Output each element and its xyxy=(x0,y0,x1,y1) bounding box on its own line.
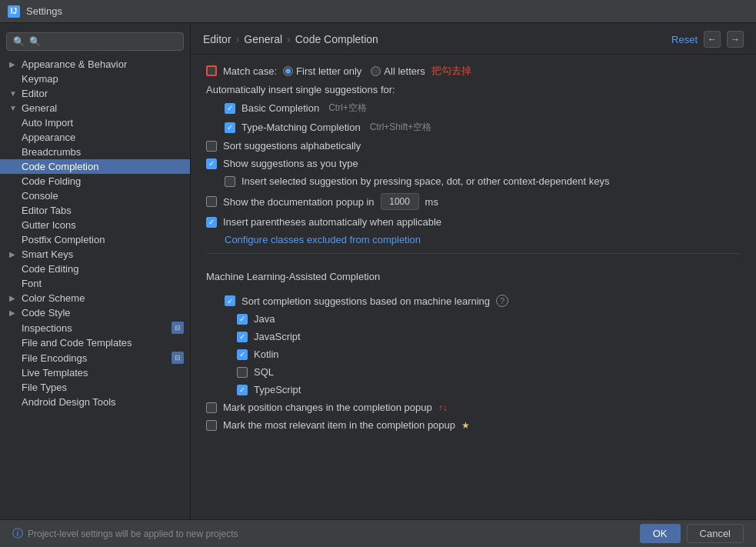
show-suggestions-checkbox[interactable] xyxy=(206,158,217,169)
ml-sort-checkbox[interactable] xyxy=(225,295,235,306)
sidebar-label: Keymap xyxy=(22,73,58,85)
insert-parens-checkbox[interactable] xyxy=(206,217,217,228)
ml-kotlin-row: Kotlin xyxy=(237,349,741,360)
sidebar-label: Code Style xyxy=(22,307,71,319)
sidebar-item-editor-tabs[interactable]: ▶ Editor Tabs xyxy=(0,203,190,218)
sidebar-item-color-scheme[interactable]: ▶ Color Scheme xyxy=(0,291,190,305)
sidebar-item-appearance-behavior[interactable]: ▶ Appearance & Behavior xyxy=(0,57,190,72)
sidebar-label: Breadcrumbs xyxy=(22,146,81,158)
sidebar-item-inspections[interactable]: ▶ Inspections ⊟ xyxy=(0,320,190,335)
star-icon: ★ xyxy=(461,420,470,431)
sidebar-label: Editor Tabs xyxy=(22,205,72,216)
sort-alpha-row: Sort suggestions alphabetically xyxy=(206,140,741,152)
sort-alpha-checkbox[interactable] xyxy=(206,141,217,152)
ml-typescript-checkbox[interactable] xyxy=(237,385,248,395)
ml-java-row: Java xyxy=(237,313,741,325)
show-doc-popup-checkbox[interactable] xyxy=(206,196,217,207)
sidebar-label: General xyxy=(22,102,57,114)
sidebar-label: Gutter Icons xyxy=(22,219,76,231)
show-suggestions-label: Show suggestions as you type xyxy=(223,158,358,169)
search-input[interactable] xyxy=(29,36,177,47)
breadcrumb-general: General xyxy=(244,33,282,45)
insert-parens-row: Insert parentheses automatically when ap… xyxy=(206,216,741,228)
arrow-icon: ▼ xyxy=(9,104,18,112)
ml-sql-checkbox[interactable] xyxy=(237,367,248,378)
bottom-info: ⓘ Project-level settings will be applied… xyxy=(12,527,238,541)
sidebar-item-live-templates[interactable]: ▶ Live Templates xyxy=(0,365,190,380)
basic-completion-label: Basic Completion xyxy=(241,102,319,114)
show-suggestions-row: Show suggestions as you type xyxy=(206,158,741,169)
sidebar-item-postfix-completion[interactable]: ▶ Postfix Completion xyxy=(0,232,190,247)
doc-popup-value[interactable] xyxy=(381,193,419,210)
spacer: ▶ xyxy=(9,235,18,244)
titlebar: IJ Settings xyxy=(0,0,756,23)
sidebar-item-font[interactable]: ▶ Font xyxy=(0,276,190,291)
ml-java-checkbox[interactable] xyxy=(237,314,248,325)
sidebar-item-console[interactable]: ▶ Console xyxy=(0,188,190,203)
ml-kotlin-checkbox[interactable] xyxy=(237,349,248,360)
sidebar-item-code-completion[interactable]: ▶ Code Completion xyxy=(0,159,190,174)
basic-completion-checkbox[interactable] xyxy=(225,103,235,114)
sidebar-label: Code Folding xyxy=(22,175,81,187)
sidebar-item-code-folding[interactable]: ▶ Code Folding xyxy=(0,174,190,188)
forward-button[interactable]: → xyxy=(727,31,744,48)
sidebar-item-gutter-icons[interactable]: ▶ Gutter Icons xyxy=(0,218,190,232)
spacer: ▶ xyxy=(9,192,18,200)
sidebar-item-file-types[interactable]: ▶ File Types xyxy=(0,380,190,395)
sidebar-item-appearance[interactable]: ▶ Appearance xyxy=(0,130,190,145)
insert-selected-checkbox[interactable] xyxy=(225,176,235,187)
type-matching-row: Type-Matching Completion Ctrl+Shift+空格 xyxy=(225,121,741,134)
back-button[interactable]: ← xyxy=(704,31,721,48)
sidebar-item-general[interactable]: ▼ General xyxy=(0,101,190,115)
radio-all-icon xyxy=(371,66,381,76)
sidebar-item-android-design-tools[interactable]: ▶ Android Design Tools xyxy=(0,395,190,409)
up-down-arrows-icon: ↑↓ xyxy=(438,402,448,413)
basic-completion-row: Basic Completion Ctrl+空格 xyxy=(225,102,741,115)
spacer: ▶ xyxy=(9,118,18,127)
sidebar-item-editor[interactable]: ▼ Editor xyxy=(0,86,190,101)
ml-javascript-checkbox[interactable] xyxy=(237,332,248,342)
ok-button[interactable]: OK xyxy=(640,524,681,543)
sidebar-item-code-editing[interactable]: ▶ Code Editing xyxy=(0,262,190,276)
ml-typescript-label: TypeScript xyxy=(254,384,301,395)
ml-kotlin-label: Kotlin xyxy=(254,349,279,360)
sidebar-item-code-style[interactable]: ▶ Code Style xyxy=(0,305,190,320)
ml-javascript-row: JavaScript xyxy=(237,331,741,342)
configure-link[interactable]: Configure classes excluded from completi… xyxy=(225,234,421,245)
search-box[interactable]: 🔍 xyxy=(6,32,184,51)
sidebar-label: Appearance & Behavior xyxy=(22,58,127,70)
sidebar-label: Android Design Tools xyxy=(22,396,116,408)
content-header: Editor › General › Code Completion Reset… xyxy=(191,23,756,55)
mark-position-checkbox[interactable] xyxy=(206,402,217,413)
match-case-checkbox[interactable] xyxy=(206,65,217,76)
radio-first-letter[interactable]: First letter only xyxy=(283,65,361,77)
breadcrumb: Editor › General › Code Completion xyxy=(203,33,378,45)
basic-completion-shortcut: Ctrl+空格 xyxy=(328,102,367,115)
type-matching-shortcut: Ctrl+Shift+空格 xyxy=(370,121,432,134)
reset-button[interactable]: Reset xyxy=(671,34,698,45)
main-container: 🔍 ▶ Appearance & Behavior ▶ Keymap ▼ Edi… xyxy=(0,23,756,519)
mark-relevant-checkbox[interactable] xyxy=(206,420,217,431)
badge-icon: ⊟ xyxy=(172,322,184,334)
auto-insert-label: Automatically insert single suggestions … xyxy=(206,84,395,95)
sidebar-item-auto-import[interactable]: ▶ Auto Import xyxy=(0,115,190,130)
ml-help-icon[interactable]: ? xyxy=(496,295,508,307)
cancel-button[interactable]: Cancel xyxy=(687,524,744,543)
sidebar-item-file-code-templates[interactable]: ▶ File and Code Templates xyxy=(0,335,190,350)
configure-link-row: Configure classes excluded from completi… xyxy=(225,234,741,245)
sidebar-label: Inspections xyxy=(22,322,72,334)
sidebar-label: File Encodings xyxy=(22,352,87,364)
sidebar-item-smart-keys[interactable]: ▶ Smart Keys xyxy=(0,247,190,262)
radio-all-letters[interactable]: All letters xyxy=(371,65,425,77)
window-title: Settings xyxy=(26,5,62,17)
ml-sql-row: SQL xyxy=(237,366,741,378)
sidebar-item-file-encodings[interactable]: ▶ File Encodings ⊟ xyxy=(0,350,190,365)
spacer: ▶ xyxy=(9,398,18,406)
type-matching-checkbox[interactable] xyxy=(225,122,235,133)
sidebar-item-breadcrumbs[interactable]: ▶ Breadcrumbs xyxy=(0,145,190,159)
sep1: › xyxy=(236,33,240,45)
ml-section-title: Machine Learning-Assisted Completion xyxy=(206,271,380,282)
bottom-info-text: Project-level settings will be applied t… xyxy=(28,529,238,539)
radio-first-icon xyxy=(283,66,293,76)
sidebar-item-keymap[interactable]: ▶ Keymap xyxy=(0,72,190,86)
